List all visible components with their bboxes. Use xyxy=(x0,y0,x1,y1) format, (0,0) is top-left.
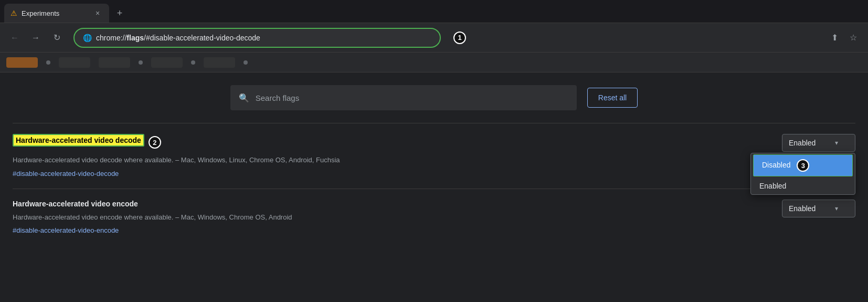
new-tab-button[interactable]: + xyxy=(111,5,128,22)
forward-button[interactable]: → xyxy=(27,29,44,46)
bookmark-item-1[interactable] xyxy=(6,57,38,68)
close-tab-button[interactable]: × xyxy=(92,8,103,18)
dropdown-menu-video-decode: Disabled 3 Enabled xyxy=(750,153,855,195)
address-bar[interactable]: 🌐 chrome://flags/#disable-accelerated-vi… xyxy=(73,28,441,48)
bookmark-item-2[interactable] xyxy=(59,57,90,68)
search-row: 🔍 Search flags Reset all xyxy=(0,85,868,123)
flag-desc-video-encode: Hardware-accelerated video encode where … xyxy=(13,212,761,223)
dropdown-value-video-decode: Enabled xyxy=(789,139,816,147)
bookmark-dot-4 xyxy=(244,60,248,65)
flag-control-video-encode: Enabled ▾ xyxy=(771,200,855,217)
callout-1: 1 xyxy=(453,32,466,44)
flag-dropdown-video-encode[interactable]: Enabled ▾ xyxy=(782,200,855,217)
bookmark-dot-2 xyxy=(139,60,143,65)
callout-3: 3 xyxy=(797,159,809,172)
flag-control-video-decode: Enabled ▾ Disabled 3 Enabled xyxy=(771,134,855,152)
reload-icon: ↻ xyxy=(54,33,60,43)
flag-item-video-decode: Hardware-accelerated video decode 2 Hard… xyxy=(13,123,855,189)
site-icon: 🌐 xyxy=(83,34,92,42)
reload-button[interactable]: ↻ xyxy=(48,29,65,46)
flag-link-video-encode[interactable]: #disable-accelerated-video-encode xyxy=(13,226,119,234)
dropdown-value-video-encode: Enabled xyxy=(789,204,816,213)
dropdown-arrow-icon-2: ▾ xyxy=(835,205,838,212)
tab-title: Experiments xyxy=(22,9,88,17)
bookmark-dot-1 xyxy=(46,60,50,65)
bookmark-bar xyxy=(0,53,868,72)
browser-toolbar: ← → ↻ 🌐 chrome://flags/#disable-accelera… xyxy=(0,23,868,53)
flag-desc-video-decode: Hardware-accelerated video decode where … xyxy=(13,155,761,165)
flag-title-video-decode: Hardware-accelerated video decode xyxy=(13,134,144,147)
share-button[interactable]: ⬆ xyxy=(826,29,843,46)
experiments-icon: ⚠ xyxy=(10,9,17,17)
address-text: chrome://flags/#disable-accelerated-vide… xyxy=(96,34,431,42)
dropdown-option-disabled[interactable]: Disabled 3 xyxy=(753,154,853,176)
search-placeholder: Search flags xyxy=(256,93,299,102)
flag-title-video-encode: Hardware-accelerated video encode xyxy=(13,200,761,208)
flag-item-video-encode: Hardware-accelerated video encode Hardwa… xyxy=(13,189,855,246)
back-button[interactable]: ← xyxy=(6,29,23,46)
flags-page: 🔍 Search flags Reset all Hardware-accele… xyxy=(0,72,868,258)
bookmark-item-3[interactable] xyxy=(99,57,130,68)
tab-bar: ⚠ Experiments × + xyxy=(0,0,868,23)
flag-link-video-decode[interactable]: #disable-accelerated-video-decode xyxy=(13,170,119,178)
bookmark-item-4[interactable] xyxy=(151,57,183,68)
forward-icon: → xyxy=(31,33,40,43)
enabled-option-label: Enabled xyxy=(759,182,786,190)
flag-info-video-decode: Hardware-accelerated video decode 2 Hard… xyxy=(13,134,761,178)
share-icon: ⬆ xyxy=(831,33,838,43)
callout-2: 2 xyxy=(149,136,161,149)
dropdown-arrow-icon: ▾ xyxy=(835,139,838,147)
star-icon: ☆ xyxy=(850,33,857,43)
dropdown-option-enabled[interactable]: Enabled xyxy=(751,178,855,194)
bookmark-button[interactable]: ☆ xyxy=(845,29,862,46)
back-icon: ← xyxy=(10,33,19,43)
search-box[interactable]: 🔍 Search flags xyxy=(230,85,577,110)
flag-dropdown-video-decode[interactable]: Enabled ▾ xyxy=(782,134,855,152)
bookmark-item-5[interactable] xyxy=(204,57,235,68)
url-bold-flags: flags xyxy=(126,34,144,42)
flag-list: Hardware-accelerated video decode 2 Hard… xyxy=(0,123,868,245)
disabled-option-label: Disabled xyxy=(762,161,790,169)
bookmark-dot-3 xyxy=(191,60,195,65)
search-icon: 🔍 xyxy=(239,93,249,103)
reset-all-button[interactable]: Reset all xyxy=(587,88,638,108)
address-bar-wrapper: 🌐 chrome://flags/#disable-accelerated-vi… xyxy=(73,28,441,48)
flag-info-video-encode: Hardware-accelerated video encode Hardwa… xyxy=(13,200,761,235)
toolbar-right-buttons: ⬆ ☆ xyxy=(826,29,862,46)
active-tab[interactable]: ⚠ Experiments × xyxy=(4,4,109,23)
